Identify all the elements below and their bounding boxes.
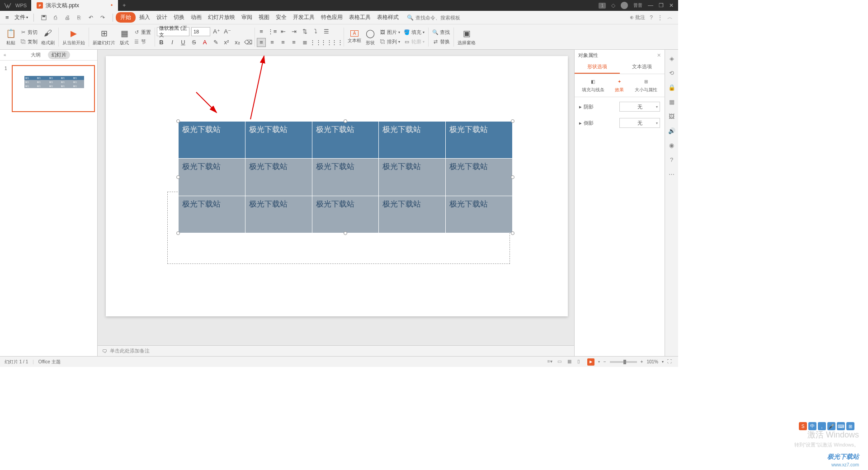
list2-button[interactable]: ⋮⋮ — [322, 38, 331, 47]
export-icon[interactable]: ⎘ — [75, 14, 83, 21]
tab-insert[interactable]: 插入 — [137, 12, 153, 23]
italic-button[interactable]: I — [168, 38, 177, 47]
bold-button[interactable]: B — [157, 38, 166, 47]
list3-button[interactable]: ⋮⋮ — [333, 38, 342, 47]
rail-transition-icon[interactable]: ⟲ — [668, 69, 676, 77]
selection-handle[interactable] — [176, 175, 180, 179]
search-input[interactable] — [415, 15, 479, 20]
tab-tablestyle[interactable]: 表格样式 — [374, 12, 401, 23]
table-cell[interactable]: 极光下载站 — [245, 196, 312, 233]
format-painter-button[interactable]: 🖌 格式刷 — [39, 27, 57, 47]
slide-canvas[interactable]: 极光下载站 极光下载站 极光下载站 极光下载站 极光下载站 极光下载站 极光下载… — [98, 50, 574, 356]
table-cell[interactable]: 极光下载站 — [312, 122, 379, 159]
rail-image-icon[interactable]: 🖼 — [668, 112, 676, 120]
undo-icon[interactable]: ↶ — [87, 14, 94, 21]
file-menu[interactable]: 文件▾ — [12, 12, 31, 23]
arrange-button[interactable]: ⿻排列▾ — [377, 38, 402, 46]
minimize-button[interactable]: — — [648, 2, 653, 9]
selection-handle[interactable] — [176, 231, 180, 235]
align-justify-button[interactable]: ≡ — [289, 38, 298, 47]
font-color-button[interactable]: A — [200, 38, 209, 47]
font-size-select[interactable]: 18 — [191, 27, 210, 36]
highlight-button[interactable]: ✎ — [211, 38, 220, 47]
slides-tab[interactable]: 幻灯片 — [48, 51, 70, 59]
increase-font-icon[interactable]: A⁺ — [212, 27, 221, 36]
help-icon[interactable]: ? — [650, 14, 653, 21]
new-tab-button[interactable]: + — [118, 2, 130, 9]
rail-clock-icon[interactable]: ◉ — [668, 141, 676, 149]
from-current-button[interactable]: ▶ 从当前开始 — [61, 27, 87, 47]
replace-button[interactable]: ⇄替换 — [430, 38, 452, 46]
tab-design[interactable]: 设计 — [154, 12, 170, 23]
sorter-view-icon[interactable]: ▦ — [567, 359, 574, 365]
shape-options-tab[interactable]: 形状选项 — [575, 61, 620, 74]
table-cell[interactable]: 极光下载站 — [446, 122, 513, 159]
rail-lock-icon[interactable]: 🔒 — [668, 83, 676, 91]
indent-decrease-button[interactable]: ⇤ — [278, 27, 288, 36]
rail-more-icon[interactable]: ⋯ — [668, 170, 676, 178]
list1-button[interactable]: ⋮⋮ — [311, 38, 320, 47]
indent-increase-button[interactable]: ⇥ — [289, 27, 298, 36]
hamburger-icon[interactable]: ≡ — [4, 12, 11, 23]
tab-transition[interactable]: 切换 — [171, 12, 187, 23]
numbering-button[interactable]: ⋮≡ — [268, 27, 277, 36]
tab-view[interactable]: 视图 — [256, 12, 272, 23]
zoom-in-button[interactable]: + — [641, 359, 643, 364]
size-props-tab[interactable]: ⊞ 大小与属性 — [635, 78, 657, 93]
table-cell[interactable]: 极光下载站 — [379, 159, 446, 196]
maximize-button[interactable]: ❐ — [659, 2, 664, 9]
cloud-icon[interactable]: ◇ — [611, 2, 615, 9]
table-cell[interactable]: 极光下载站 — [179, 196, 245, 233]
fit-window-icon[interactable]: ⛶ — [667, 359, 674, 365]
layout-button[interactable]: ▦ 版式 — [117, 27, 132, 47]
paste-button[interactable]: 📋 粘贴 — [4, 27, 18, 47]
tab-security[interactable]: 安全 — [273, 12, 289, 23]
collapse-ribbon-icon[interactable]: ︿ — [667, 14, 673, 21]
slide[interactable]: 极光下载站 极光下载站 极光下载站 极光下载站 极光下载站 极光下载站 极光下载… — [106, 56, 568, 316]
reset-button[interactable]: ↺重置 — [132, 28, 153, 37]
rail-template-icon[interactable]: ◈ — [668, 54, 676, 62]
selection-handle[interactable] — [176, 119, 180, 123]
zoom-out-button[interactable]: − — [604, 359, 606, 364]
reading-view-icon[interactable]: ▯ — [577, 359, 584, 365]
text-direction-button[interactable]: ⤵ — [311, 27, 320, 36]
table-cell[interactable]: 极光下载站 — [245, 159, 312, 196]
table-cell[interactable]: 极光下载站 — [379, 196, 446, 233]
tab-slideshow[interactable]: 幻灯片放映 — [205, 12, 238, 23]
collapse-panel-icon[interactable]: « — [4, 52, 6, 57]
zoom-value[interactable]: 101% — [646, 359, 658, 364]
bullets-button[interactable]: ≡ — [257, 27, 266, 36]
close-panel-icon[interactable]: ✕ — [657, 52, 661, 58]
select-pane-button[interactable]: ▣ 选择窗格 — [456, 27, 477, 47]
rail-help-icon[interactable]: ? — [668, 155, 676, 164]
user-avatar[interactable] — [621, 2, 628, 9]
notes-toggle-icon[interactable]: ≡▾ — [547, 359, 554, 365]
tab-devtools[interactable]: 开发工具 — [290, 12, 317, 23]
align-center-button[interactable]: ≡ — [268, 38, 277, 47]
underline-button[interactable]: U — [179, 38, 188, 47]
shape-button[interactable]: ◯ 形状 — [363, 27, 377, 47]
annotate-button[interactable]: ⊕ 批注 — [630, 14, 645, 21]
superscript-button[interactable]: x² — [222, 38, 231, 47]
table-cell[interactable]: 极光下载站 — [312, 196, 379, 233]
tab-review[interactable]: 审阅 — [239, 12, 255, 23]
rail-library-icon[interactable]: ▦ — [668, 98, 676, 106]
align-left-button[interactable]: ≡ — [257, 38, 266, 47]
find-button[interactable]: 🔍查找 — [430, 28, 452, 37]
slide-thumbnail[interactable]: 极光极光极光极光极光 极光极光极光极光极光 极光极光极光极光极光 — [12, 65, 95, 112]
fill-line-tab[interactable]: ◧ 填充与线条 — [582, 78, 604, 93]
table-cell[interactable]: 极光下载站 — [245, 122, 312, 159]
tab-features[interactable]: 特色应用 — [318, 12, 345, 23]
new-slide-button[interactable]: ⊞ 新建幻灯片 — [91, 27, 117, 47]
font-name-select[interactable]: 微软雅黑 (正文 — [157, 27, 189, 36]
command-search[interactable]: 🔍 — [407, 14, 479, 21]
table-cell[interactable]: 极光下载站 — [379, 122, 446, 159]
textbox-button[interactable]: A 文本框 — [346, 29, 363, 45]
distribute-button[interactable]: ≣ — [300, 38, 309, 47]
notes-bar[interactable]: 🗨 单击此处添加备注 — [98, 345, 574, 356]
notification-badge[interactable]: 1 — [599, 3, 606, 9]
effect-tab[interactable]: ✦ 效果 — [615, 78, 624, 93]
tab-home[interactable]: 开始 — [116, 12, 136, 23]
print-preview-icon[interactable]: ⎙ — [52, 14, 59, 21]
align-text-button[interactable]: ☰ — [322, 27, 331, 36]
